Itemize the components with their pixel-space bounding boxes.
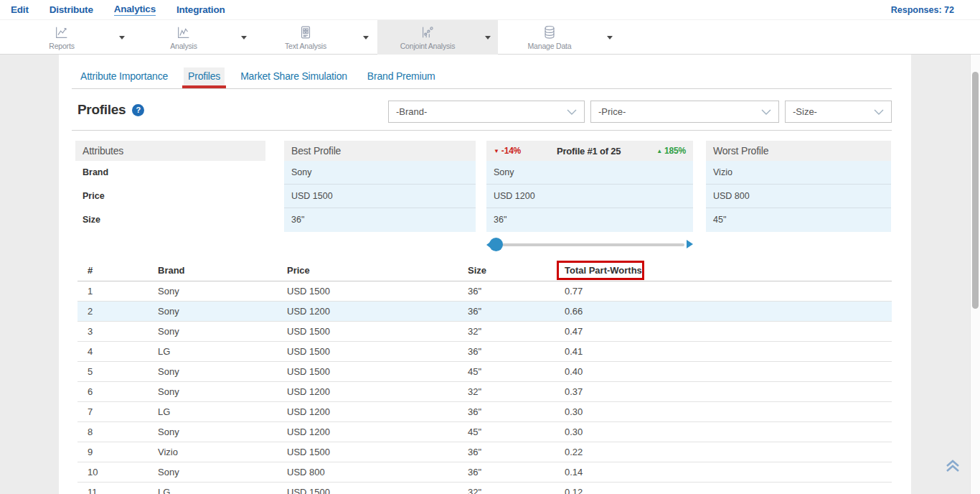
table-row[interactable]: 2SonyUSD 120036"0.66 <box>77 302 892 322</box>
table-cell: Sony <box>158 366 287 377</box>
caret-down-icon[interactable] <box>607 36 613 39</box>
table-cell: 0.37 <box>565 386 892 397</box>
table-cell: USD 1500 <box>287 366 468 377</box>
tab-market-share-simulation[interactable]: Market Share Simulation <box>236 67 352 87</box>
price-filter-select[interactable]: -Price- <box>590 101 779 123</box>
tab-attribute-importance[interactable]: Attribute Importance <box>76 67 172 87</box>
toolbar-button-label: Conjoint Analysis <box>400 42 456 50</box>
scroll-to-top-button[interactable] <box>944 458 961 474</box>
table-cell: USD 800 <box>287 467 468 477</box>
table-row[interactable]: 3SonyUSD 150032"0.47 <box>77 322 892 342</box>
toolbar-button-text-analysis[interactable]: Text Analysis <box>255 20 376 55</box>
nav-item-integration[interactable]: Integration <box>176 4 225 15</box>
best-profile-column: Best Profile Sony USD 1500 36" <box>284 141 476 232</box>
nav-item-edit[interactable]: Edit <box>11 4 29 15</box>
conjoint-profiles-panel: Attribute Importance Profiles Market Sha… <box>59 55 911 494</box>
toolbar-button-label: Text Analysis <box>285 42 326 50</box>
current-profile-column: ▼ -14% Profile #1 of 25 ▲ 185% Sony USD … <box>486 141 693 232</box>
table-row[interactable]: 4LGUSD 150036"0.41 <box>77 342 892 362</box>
toolbar-button-conjoint-analysis[interactable]: Conjoint Analysis <box>377 20 498 55</box>
table-cell: 36" <box>468 346 565 357</box>
table-cell: Sony <box>158 306 287 317</box>
toolbar-button-label: Analysis <box>170 42 197 50</box>
toolbar-button-label: Manage Data <box>528 42 572 50</box>
table-cell: 1 <box>88 286 158 297</box>
caret-down-icon[interactable] <box>363 36 369 39</box>
attribute-label-price: Price <box>75 185 265 208</box>
table-cell: 0.66 <box>565 306 892 317</box>
chevron-down-icon <box>761 109 771 115</box>
table-row[interactable]: 7LGUSD 120036"0.30 <box>77 402 892 422</box>
text-analysis-icon <box>297 24 314 40</box>
toolbar-button-manage-data[interactable]: Manage Data <box>499 20 620 55</box>
caret-down-icon[interactable] <box>241 36 247 39</box>
table-cell: Sony <box>158 326 287 337</box>
divider <box>72 130 892 131</box>
table-cell: 6 <box>88 386 158 397</box>
table-cell: Vizio <box>158 447 287 457</box>
nav-item-distribute[interactable]: Distribute <box>50 4 93 15</box>
table-cell: USD 1200 <box>287 427 468 437</box>
profile-slider <box>486 237 693 253</box>
attributes-column: Attributes Brand Price Size <box>75 141 265 232</box>
worst-profile-size: 45" <box>706 208 891 232</box>
attribute-label-brand: Brand <box>75 161 265 185</box>
current-profile-title: Profile #1 of 25 <box>521 146 656 157</box>
table-row[interactable]: 6SonyUSD 120032"0.37 <box>77 382 892 402</box>
worst-profile-column: Worst Profile Vizio USD 800 45" <box>706 141 891 232</box>
table-row[interactable]: 1SonyUSD 150036"0.77 <box>77 281 892 302</box>
vertical-scrollbar-track[interactable] <box>970 55 980 494</box>
price-filter-value: -Price- <box>598 106 761 117</box>
profile-slider-track[interactable] <box>496 243 684 246</box>
current-profile-price: USD 1200 <box>486 185 693 208</box>
table-cell: 4 <box>88 346 158 357</box>
table-cell: LG <box>158 406 287 417</box>
table-cell: 8 <box>88 427 158 437</box>
table-row[interactable]: 9VizioUSD 150036"0.22 <box>77 442 892 462</box>
tab-profiles[interactable]: Profiles <box>184 67 225 87</box>
chevron-down-icon <box>567 109 577 115</box>
brand-filter-select[interactable]: -Brand- <box>388 101 585 123</box>
header-brand: Brand <box>158 265 287 276</box>
conjoint-subtabs: Attribute Importance Profiles Market Sha… <box>76 67 440 87</box>
tab-profiles-label: Profiles <box>188 70 220 82</box>
header-price: Price <box>287 265 468 276</box>
worst-profile-brand: Vizio <box>706 161 891 185</box>
table-cell: USD 1500 <box>287 346 468 357</box>
table-cell: USD 1200 <box>287 406 468 417</box>
profile-slider-handle[interactable] <box>489 238 503 251</box>
worst-profile-price: USD 800 <box>706 185 891 208</box>
attribute-label-size: Size <box>75 208 265 232</box>
table-cell: 0.14 <box>565 467 892 477</box>
header-size: Size <box>468 265 565 276</box>
table-row[interactable]: 8SonyUSD 120045"0.30 <box>77 422 892 442</box>
caret-down-icon[interactable] <box>485 36 491 39</box>
caret-down-icon[interactable] <box>119 36 125 39</box>
size-filter-select[interactable]: -Size- <box>785 101 892 123</box>
brand-filter-value: -Brand- <box>396 106 567 117</box>
toolbar-button-reports[interactable]: Reports <box>11 20 132 55</box>
table-row[interactable]: 5SonyUSD 150045"0.40 <box>77 362 892 382</box>
slider-next-arrow-icon[interactable] <box>687 240 693 248</box>
table-cell: 11 <box>88 487 158 494</box>
reports-chart-icon <box>53 24 70 40</box>
best-profile-price: USD 1500 <box>284 185 476 208</box>
vertical-scrollbar-thumb[interactable] <box>972 72 979 309</box>
increase-badge: ▲ 185% <box>656 146 686 156</box>
table-cell: 0.40 <box>565 366 892 377</box>
tab-brand-premium[interactable]: Brand Premium <box>363 67 440 87</box>
table-cell: 36" <box>468 286 565 297</box>
header-num: # <box>88 265 158 276</box>
table-row[interactable]: 11LGUSD 150032"0.12 <box>77 483 892 494</box>
table-cell: 32" <box>468 386 565 397</box>
help-icon[interactable]: ? <box>132 104 144 116</box>
divider <box>72 88 892 89</box>
toolbar-button-analysis[interactable]: Analysis <box>133 20 254 55</box>
table-cell: USD 1200 <box>287 306 468 317</box>
table-row[interactable]: 10SonyUSD 80036"0.14 <box>77 462 892 483</box>
table-cell: 0.12 <box>565 487 892 494</box>
nav-item-analytics[interactable]: Analytics <box>114 4 156 16</box>
table-cell: 45" <box>468 366 565 377</box>
table-cell: 2 <box>88 306 158 317</box>
table-cell: Sony <box>158 467 287 477</box>
